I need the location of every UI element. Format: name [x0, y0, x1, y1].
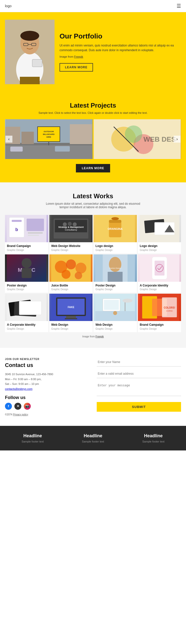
- work-card-3[interactable]: ORANGINA Logo design Graphic Design: [93, 215, 137, 254]
- contact-title: Contact us: [5, 362, 89, 368]
- logo: logo: [5, 4, 11, 8]
- work-info-1: Brand Campaign Graphic Design: [5, 242, 48, 254]
- work-thumb-2: Strategy & Management Consultancy: [49, 215, 93, 242]
- hamburger-menu[interactable]: ☰: [177, 3, 181, 9]
- hero-learn-more-button[interactable]: LEARN MORE: [59, 63, 93, 72]
- work-info-12: Brand Campaign Graphic Design: [138, 321, 181, 332]
- svg-rect-20: [10, 146, 23, 152]
- work-card-8[interactable]: A Corporate Identity Graphic Design: [138, 254, 181, 293]
- work-card-4[interactable]: Logo design Graphic Design: [138, 215, 181, 254]
- work-title-7: Poster Design: [95, 284, 135, 288]
- projects-title: Latest Projects: [5, 102, 181, 109]
- work-title-1: Brand Campaign: [7, 244, 46, 248]
- svg-text:b: b: [15, 227, 18, 232]
- message-input[interactable]: [97, 381, 181, 396]
- svg-text:ORANGINA: ORANGINA: [108, 227, 123, 230]
- work-thumb-11: [93, 294, 137, 321]
- work-title-9: A Corporate Identity: [7, 323, 46, 327]
- work-thumb-10: FAKE: [49, 294, 93, 321]
- footer-headline-2: Headline: [65, 433, 121, 438]
- svg-rect-32: [26, 219, 44, 231]
- work-info-9: A Corporate Identity Graphic Design: [5, 321, 48, 332]
- work-card-10[interactable]: FAKE Web Design Graphic Design: [49, 294, 93, 332]
- projects-learn-more-button[interactable]: LEARN MORE: [76, 164, 110, 172]
- contact-email[interactable]: contacts@esbnyc.com: [5, 387, 32, 390]
- svg-point-3: [20, 31, 39, 41]
- work-card-6[interactable]: Juice Bottle Graphic Design: [49, 254, 93, 293]
- work-card-9[interactable]: A Corporate Identity Graphic Design: [5, 294, 48, 332]
- svg-text:WEB DES: WEB DES: [144, 136, 176, 143]
- work-title-2: Web Design Website: [51, 244, 91, 248]
- svg-text:Consultancy: Consultancy: [65, 228, 77, 231]
- work-info-3: Logo design Graphic Design: [93, 242, 137, 254]
- work-info-8: A Corporate Identity Graphic Design: [138, 282, 181, 293]
- privacy-link[interactable]: Privacy policy: [13, 413, 28, 416]
- svg-rect-46: [109, 220, 121, 223]
- projects-section: Latest Projects Sample text. Click to se…: [0, 92, 186, 182]
- instagram-icon[interactable]: 📷: [24, 403, 31, 410]
- carousel-right-arrow[interactable]: ›: [174, 136, 181, 142]
- hero-image-note: Image from Freepik: [59, 55, 181, 59]
- work-title-8: A Corporate Identity: [140, 284, 179, 288]
- work-info-4: Logo design Graphic Design: [138, 242, 181, 254]
- work-card-1[interactable]: b Brand Campaign Graphic Design: [5, 215, 48, 254]
- work-cat-7: Graphic Design: [95, 288, 135, 291]
- carousel-left-arrow[interactable]: ‹: [5, 136, 12, 142]
- svg-rect-80: [66, 316, 76, 318]
- work-cat-2: Graphic Design: [51, 249, 91, 252]
- svg-point-55: [21, 258, 31, 268]
- svg-text:COLORS!: COLORS!: [164, 306, 175, 309]
- work-card-11[interactable]: Web Design Graphic Design: [93, 294, 137, 332]
- svg-point-42: [73, 222, 77, 226]
- work-thumb-7: Fashion Design: [93, 254, 137, 282]
- work-thumb-12: COLORS! CORSI: [138, 294, 181, 321]
- projects-carousel: ‹ OUTDOOR BILLBOARD HIRE: [5, 119, 181, 159]
- svg-text:Strategy & Management: Strategy & Management: [58, 226, 84, 228]
- work-info-5: Poster design Graphic Design: [5, 282, 48, 293]
- project-image-1: OUTDOOR BILLBOARD HIRE: [5, 119, 93, 159]
- work-card-2[interactable]: Strategy & Management Consultancy Web De…: [49, 215, 93, 254]
- svg-rect-66: [108, 272, 123, 282]
- work-info-10: Web Design Graphic Design: [49, 321, 93, 332]
- work-card-5[interactable]: MUSIC Poster design Graphic Design: [5, 254, 48, 293]
- works-freepik-note: Image from Freepik: [5, 335, 181, 338]
- work-title-5: Poster design: [7, 284, 46, 288]
- follow-title: Follow us: [5, 395, 89, 400]
- works-subtitle: Lorem ipsum dolor sit amet, consectetur …: [43, 202, 143, 209]
- email-input[interactable]: [97, 370, 181, 378]
- work-cat-6: Graphic Design: [51, 288, 91, 291]
- work-title-6: Juice Bottle: [51, 284, 91, 288]
- works-title: Latest Works: [5, 192, 181, 200]
- svg-point-62: [75, 272, 82, 279]
- work-cat-11: Graphic Design: [95, 328, 135, 330]
- work-cat-3: Graphic Design: [95, 249, 135, 252]
- svg-point-41: [68, 222, 72, 226]
- svg-rect-21: [55, 146, 70, 152]
- work-card-12[interactable]: COLORS! CORSI Brand Campaign Graphic Des…: [138, 294, 181, 332]
- svg-rect-13: [21, 132, 34, 144]
- name-input[interactable]: [97, 358, 181, 366]
- svg-rect-34: [28, 235, 39, 236]
- work-thumb-4: [138, 215, 181, 242]
- twitter-icon[interactable]: ✕: [14, 403, 21, 410]
- works-freepik-link[interactable]: Freepik: [95, 335, 104, 338]
- work-cat-12: Graphic Design: [140, 328, 179, 330]
- works-section: Latest Works Lorem ipsum dolor sit amet,…: [0, 182, 186, 348]
- header: logo ☰: [0, 0, 186, 12]
- submit-button[interactable]: SUBMIT: [97, 402, 181, 412]
- footer-headline-3: Headline: [126, 433, 181, 438]
- freepik-link[interactable]: Freepik: [74, 55, 83, 58]
- facebook-icon[interactable]: f: [5, 403, 12, 410]
- work-card-7[interactable]: Fashion Design Poster Design Graphic Des…: [93, 254, 137, 293]
- svg-rect-30: [12, 220, 21, 222]
- contact-inner: JOIN OUR NEWSLETTER Contact us 3045 10 S…: [5, 358, 181, 416]
- social-icons: f ✕ 📷: [5, 403, 89, 410]
- footer-col-2: Headline Sample footer text: [65, 433, 121, 443]
- hero-content: Our Portfolio Ut enim ad minim veniam, q…: [59, 32, 181, 72]
- copyright: ©2074 Privacy policy: [5, 413, 89, 416]
- work-thumb-8: [138, 254, 181, 282]
- svg-rect-75: [19, 301, 41, 315]
- works-grid: b Brand Campaign Graphic Design Strategy…: [5, 215, 181, 332]
- work-cat-8: Graphic Design: [140, 288, 179, 291]
- svg-text:HIRE: HIRE: [46, 136, 51, 138]
